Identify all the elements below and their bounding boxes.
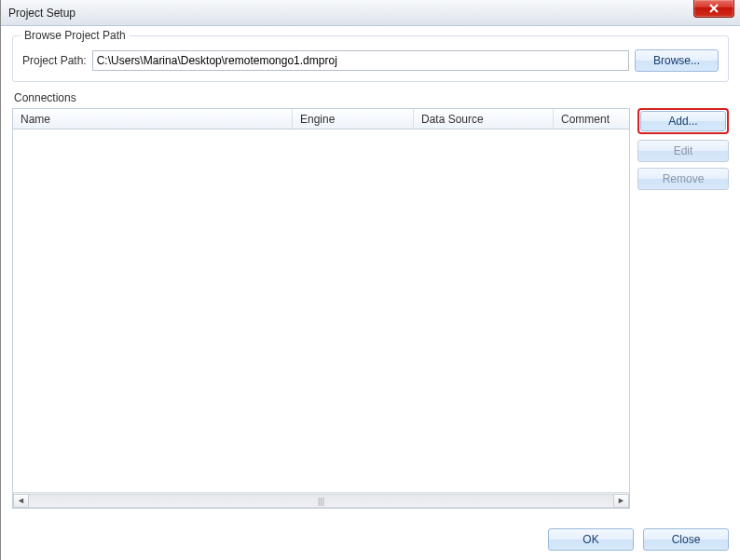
scroll-right-arrow[interactable]: ► (613, 494, 629, 508)
window-close-button[interactable] (693, 0, 734, 18)
scroll-left-arrow[interactable]: ◄ (13, 494, 29, 508)
horizontal-scrollbar[interactable]: ◄ ||| ► (13, 492, 629, 508)
scroll-thumb-grip: ||| (318, 497, 324, 506)
connections-area: Name Engine Data Source Comment ◄ ||| ► … (12, 108, 729, 509)
ok-button[interactable]: OK (548, 528, 634, 551)
title-bar: Project Setup (1, 0, 740, 26)
close-button[interactable]: Close (643, 528, 729, 551)
add-button-highlight: Add... (637, 108, 729, 134)
edit-button[interactable]: Edit (637, 140, 729, 162)
column-data-source[interactable]: Data Source (414, 109, 554, 129)
close-icon (708, 4, 719, 13)
connections-buttons: Add... Edit Remove (637, 108, 729, 509)
project-path-input[interactable] (92, 50, 629, 71)
window-title: Project Setup (8, 7, 75, 20)
browse-path-fieldset: Browse Project Path Project Path: Browse… (12, 35, 729, 82)
scroll-track[interactable]: ||| (29, 494, 613, 508)
browse-path-legend: Browse Project Path (21, 29, 130, 42)
dialog-footer: OK Close (548, 528, 729, 551)
browse-button[interactable]: Browse... (635, 49, 719, 72)
remove-button[interactable]: Remove (637, 168, 729, 190)
column-engine[interactable]: Engine (293, 109, 414, 129)
column-comment[interactable]: Comment (554, 109, 629, 129)
table-body (13, 130, 629, 492)
dialog-content: Browse Project Path Project Path: Browse… (1, 26, 740, 509)
add-button[interactable]: Add... (640, 111, 726, 131)
connections-label: Connections (14, 91, 729, 104)
connections-table: Name Engine Data Source Comment ◄ ||| ► (12, 108, 630, 509)
project-path-label: Project Path: (22, 54, 87, 67)
column-name[interactable]: Name (13, 109, 293, 129)
table-header: Name Engine Data Source Comment (13, 109, 629, 130)
